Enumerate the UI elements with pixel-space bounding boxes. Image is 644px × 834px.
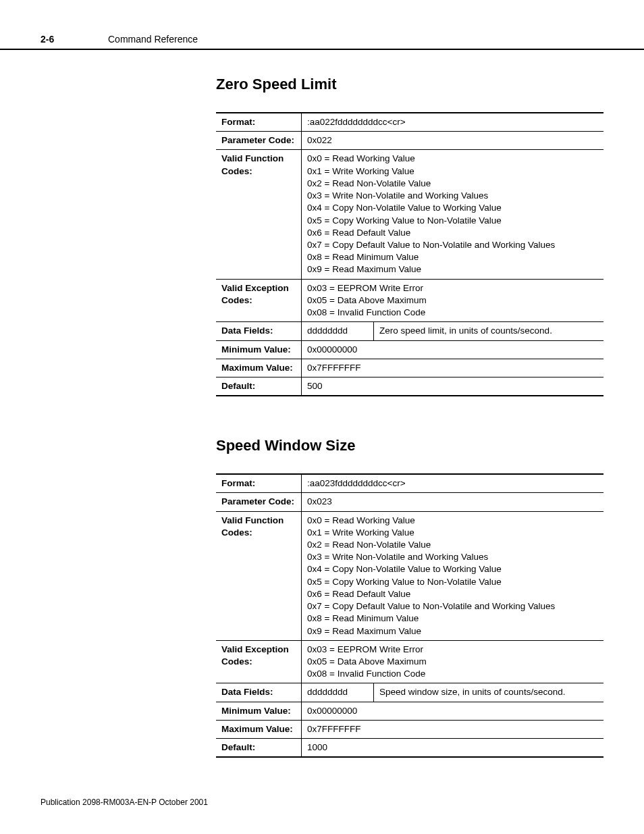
fn-code: 0x0 = Read Working Value (307, 153, 598, 165)
fn-code: 0x7 = Copy Default Value to Non-Volatile… (307, 239, 598, 251)
row-label: Minimum Value: (216, 702, 302, 720)
section-name: Command Reference (108, 34, 198, 45)
fn-code: 0x6 = Read Default Value (307, 588, 598, 600)
fn-code: 0x2 = Read Non-Volatile Value (307, 539, 598, 551)
fn-code: 0x3 = Write Non-Volatile and Working Val… (307, 551, 598, 563)
row-value: 500 (302, 377, 604, 396)
fn-code: 0x9 = Read Maximum Value (307, 263, 598, 276)
row-value: 0x7FFFFFFF (302, 359, 604, 377)
fn-code: 0x8 = Read Minimum Value (307, 251, 598, 263)
row-value: 0x0 = Read Working Value 0x1 = Write Wor… (302, 511, 604, 640)
fn-code: 0x6 = Read Default Value (307, 227, 598, 239)
fn-code: 0x2 = Read Non-Volatile Value (307, 178, 598, 190)
row-label: Default: (216, 377, 302, 396)
fn-code: 0x1 = Write Working Value (307, 527, 598, 539)
row-label: Data Fields: (216, 322, 302, 340)
row-label: Maximum Value: (216, 720, 302, 738)
fn-code: 0x3 = Write Non-Volatile and Working Val… (307, 190, 598, 202)
row-label: Format: (216, 474, 302, 493)
fn-code: 0x9 = Read Maximum Value (307, 625, 598, 637)
row-label: Minimum Value: (216, 340, 302, 359)
row-value: 0x023 (302, 493, 604, 511)
row-value: 0x00000000 (302, 340, 604, 359)
row-label: Valid Function Codes: (216, 511, 302, 640)
page-header: 2-6 Command Reference (0, 0, 644, 50)
row-value: 0x00000000 (302, 702, 604, 720)
row-label: Valid Exception Codes: (216, 279, 302, 322)
row-value: 0x03 = EEPROM Write Error 0x05 = Data Ab… (302, 640, 604, 683)
data-field-name: dddddddd (302, 322, 374, 340)
spec-table-zero-speed-limit: Format: :aa022fddddddddcc<cr> Parameter … (216, 112, 603, 396)
page-number: 2-6 (41, 34, 108, 45)
row-value: :aa022fddddddddcc<cr> (302, 113, 604, 132)
data-field-name: dddddddd (302, 683, 374, 702)
row-label: Valid Function Codes: (216, 150, 302, 279)
row-label: Format: (216, 113, 302, 132)
section-title-zero-speed-limit: Zero Speed Limit (216, 76, 603, 93)
fn-code: 0x0 = Read Working Value (307, 515, 598, 527)
data-field-desc: Speed window size, in units of counts/se… (374, 683, 604, 702)
publication-footer: Publication 2098-RM003A-EN-P October 200… (41, 798, 208, 807)
row-label: Valid Exception Codes: (216, 640, 302, 683)
data-field-desc: Zero speed limit, in units of counts/sec… (374, 322, 604, 340)
fn-code: 0x4 = Copy Non-Volatile Value to Working… (307, 563, 598, 575)
ex-code: 0x08 = Invalid Function Code (307, 307, 598, 319)
spec-table-speed-window-size: Format: :aa023fddddddddcc<cr> Parameter … (216, 473, 603, 758)
fn-code: 0x7 = Copy Default Value to Non-Volatile… (307, 600, 598, 613)
row-label: Maximum Value: (216, 359, 302, 377)
row-value: :aa023fddddddddcc<cr> (302, 474, 604, 493)
row-value: 0x7FFFFFFF (302, 720, 604, 738)
ex-code: 0x05 = Data Above Maximum (307, 294, 598, 307)
row-label: Data Fields: (216, 683, 302, 702)
row-label: Parameter Code: (216, 132, 302, 150)
row-value: 1000 (302, 739, 604, 758)
fn-code: 0x1 = Write Working Value (307, 165, 598, 178)
row-label: Parameter Code: (216, 493, 302, 511)
page-content: Zero Speed Limit Format: :aa022fdddddddd… (0, 76, 644, 758)
row-value: 0x03 = EEPROM Write Error 0x05 = Data Ab… (302, 279, 604, 322)
ex-code: 0x03 = EEPROM Write Error (307, 644, 598, 656)
row-value: 0x0 = Read Working Value 0x1 = Write Wor… (302, 150, 604, 279)
ex-code: 0x08 = Invalid Function Code (307, 668, 598, 680)
ex-code: 0x03 = EEPROM Write Error (307, 282, 598, 294)
fn-code: 0x5 = Copy Working Value to Non-Volatile… (307, 215, 598, 227)
fn-code: 0x5 = Copy Working Value to Non-Volatile… (307, 576, 598, 588)
section-title-speed-window-size: Speed Window Size (216, 437, 603, 454)
ex-code: 0x05 = Data Above Maximum (307, 656, 598, 668)
row-value: 0x022 (302, 132, 604, 150)
fn-code: 0x8 = Read Minimum Value (307, 613, 598, 625)
row-label: Default: (216, 739, 302, 758)
fn-code: 0x4 = Copy Non-Volatile Value to Working… (307, 202, 598, 214)
